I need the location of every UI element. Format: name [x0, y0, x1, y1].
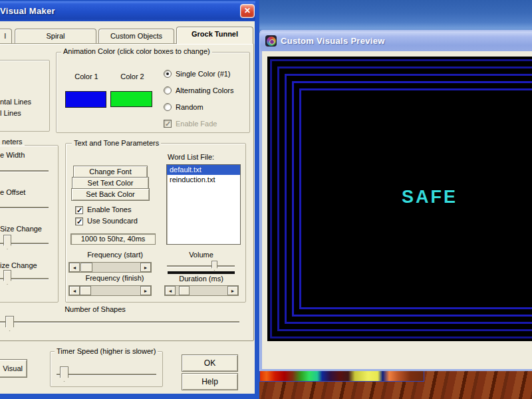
animation-color-group-title: Animation Color (click color boxes to ch… — [61, 47, 212, 55]
horizontal-lines-label: ntal Lines — [0, 98, 31, 106]
duration-scrollbar[interactable]: ◄ ► — [164, 285, 239, 296]
enable-fade-checkbox — [164, 120, 172, 128]
number-of-shapes-label: Number of Shapes — [40, 305, 150, 314]
radio-alternating-colors[interactable] — [164, 86, 172, 94]
parameters-group-title: neters — [0, 138, 25, 146]
size-change-label: Size Change — [0, 225, 42, 233]
use-soundcard-checkbox[interactable] — [75, 217, 83, 225]
word-list-listbox[interactable]: default.txt reinduction.txt — [166, 164, 241, 245]
number-of-shapes-slider[interactable] — [0, 321, 239, 323]
frequency-finish-thumb[interactable] — [80, 286, 91, 295]
background-window-area — [259, 0, 532, 32]
enable-tones-label: Enable Tones — [87, 205, 131, 214]
frequency-start-label: Frequency (start) — [72, 251, 158, 259]
ok-button[interactable]: OK — [182, 354, 238, 372]
set-back-color-button[interactable]: Set Back Color — [71, 188, 150, 201]
tab-cutoff[interactable]: l — [0, 29, 12, 43]
scroll-left-icon[interactable]: ◄ — [165, 286, 176, 295]
use-soundcard-label: Use Soundcard — [87, 217, 138, 225]
visual-button[interactable]: Visual — [0, 359, 27, 378]
dialog-title: Visual Maker — [0, 6, 55, 16]
color2-swatch[interactable] — [110, 91, 152, 107]
size-change2-label: ize Change — [0, 261, 37, 270]
color1-swatch[interactable] — [65, 91, 106, 108]
line-width-slider[interactable] — [0, 170, 49, 172]
enable-fade-label: Enable Fade — [176, 120, 217, 128]
line-width-label: e Width — [0, 151, 25, 160]
tone-summary-display: 1000 to 50hz, 40ms — [70, 233, 156, 245]
spiral-icon — [265, 35, 277, 47]
radio-single-color[interactable] — [164, 70, 172, 78]
color1-label: Color 1 — [66, 72, 106, 81]
preview-window-title: Custom Visuals Preview — [281, 36, 385, 46]
duration-label: Duration (ms) — [166, 275, 236, 283]
preview-titlebar[interactable]: Custom Visuals Preview — [260, 31, 532, 51]
frequency-finish-label: Frequency (finish) — [70, 274, 160, 283]
line-offset-label: e Offset — [0, 188, 25, 197]
help-button[interactable]: Help — [182, 373, 238, 390]
word-list-file-label: Word List File: — [168, 153, 214, 162]
frequency-start-scrollbar[interactable]: ◄ ► — [68, 262, 152, 273]
frequency-start-thumb[interactable] — [80, 263, 92, 272]
enable-tones-checkbox[interactable] — [75, 206, 83, 214]
radio-random[interactable] — [164, 103, 172, 111]
volume-underline — [168, 271, 235, 274]
radio-random-label: Random — [176, 103, 203, 112]
preview-canvas: SAFE — [267, 57, 532, 341]
radio-alternating-colors-label: Alternating Colors — [176, 86, 233, 95]
volume-label: Volume — [166, 251, 236, 259]
list-item-reinduction[interactable]: reinduction.txt — [167, 175, 240, 185]
vertical-lines-label: l Lines — [0, 109, 21, 118]
close-button[interactable]: ✕ — [240, 4, 255, 18]
text-tone-group-title: Text and Tone Parameters — [72, 139, 161, 147]
tab-grock-tunnel[interactable]: Grock Tunnel — [176, 27, 253, 44]
line-offset-slider[interactable] — [0, 207, 49, 208]
duration-thumb[interactable] — [179, 286, 190, 295]
scroll-right-icon[interactable]: ► — [140, 286, 151, 295]
rainbow-strip — [259, 370, 424, 382]
color2-label: Color 2 — [112, 72, 153, 81]
volume-slider[interactable] — [167, 265, 235, 267]
screen: Custom Visuals Preview SAFE Visual Maker… — [0, 0, 532, 399]
lines-groupbox — [0, 60, 50, 132]
close-icon: ✕ — [244, 6, 251, 15]
list-item-default[interactable]: default.txt — [167, 165, 240, 175]
timer-speed-group-title: Timer Speed (higher is slower) — [55, 347, 158, 355]
scroll-left-icon[interactable]: ◄ — [69, 263, 80, 272]
flashed-word: SAFE — [402, 187, 458, 207]
tab-spiral[interactable]: Spiral — [15, 29, 96, 43]
radio-single-color-label: Single Color (#1) — [176, 70, 231, 78]
frequency-finish-scrollbar[interactable]: ◄ ► — [68, 285, 152, 296]
scroll-right-icon[interactable]: ► — [227, 286, 238, 295]
scroll-left-icon[interactable]: ◄ — [69, 286, 80, 295]
dialog-titlebar[interactable]: Visual Maker — [0, 1, 255, 21]
scroll-right-icon[interactable]: ► — [140, 263, 151, 272]
timer-speed-slider[interactable] — [57, 374, 156, 375]
tab-custom-objects[interactable]: Custom Objects — [98, 29, 174, 43]
